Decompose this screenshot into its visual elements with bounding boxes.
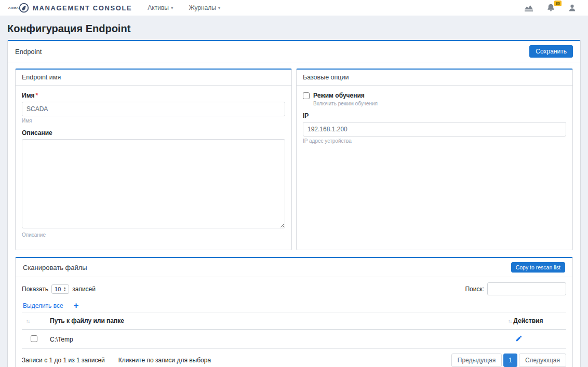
- name-label-text: Имя: [22, 92, 35, 99]
- arma-logo-icon: [19, 3, 29, 13]
- add-path-button[interactable]: +: [74, 301, 79, 310]
- actions-column-label: Действия: [513, 317, 543, 324]
- search-input[interactable]: [487, 282, 566, 295]
- learning-mode-label: Режим обучения: [313, 92, 365, 99]
- name-label: Имя*: [22, 92, 285, 99]
- edit-pencil-icon[interactable]: [515, 335, 523, 344]
- nav-item-logs[interactable]: Журналы ▾: [189, 4, 220, 11]
- row-checkbox-cell: [22, 330, 46, 349]
- next-page-button[interactable]: Следующая: [519, 354, 566, 367]
- row-path-cell: C:\Temp: [46, 330, 504, 349]
- page-title: Конфигурация Endpoint: [7, 23, 581, 35]
- basic-options-panel-title: Базовые опции: [297, 70, 572, 86]
- endpoint-card: Endpoint Сохранить Endpoint имя Имя* Имя: [7, 40, 581, 367]
- scan-files-header: Сканировать файлы Copy to rescan list: [16, 258, 572, 277]
- nav-item-label: Активы: [148, 4, 169, 11]
- scan-files-panel: Сканировать файлы Copy to rescan list По…: [15, 257, 573, 367]
- nav-item-label: Журналы: [189, 4, 216, 11]
- select-all-link[interactable]: Выделить все: [23, 302, 63, 309]
- path-column-header[interactable]: Путь к файлу или папке: [46, 312, 504, 330]
- learning-mode-helper-text: Включить режим обучения: [313, 101, 566, 106]
- learning-mode-checkbox[interactable]: [303, 92, 310, 99]
- table-toolbar: Выделить все +: [22, 301, 566, 310]
- basic-options-panel: Базовые опции Режим обучения Включить ре…: [296, 69, 573, 250]
- page-number-button[interactable]: 1: [503, 354, 517, 367]
- ip-helper-text: IP адрес устройства: [303, 138, 566, 144]
- scan-files-table: ↑↓ Путь к файлу или папке ↑↓ Действия: [22, 312, 566, 349]
- records-label: записей: [72, 286, 96, 293]
- endpoint-card-title: Endpoint: [15, 48, 42, 56]
- navbar-actions: 80: [524, 3, 580, 12]
- sort-column-header[interactable]: ↑↓: [22, 312, 46, 330]
- endpoint-name-panel-title: Endpoint имя: [16, 70, 291, 86]
- top-navbar: ARMA MANAGEMENT CONSOLE Активы ▾ Журналы…: [0, 0, 588, 16]
- table-row[interactable]: C:\Temp: [22, 330, 566, 349]
- scan-files-body: Показать 10 ▲▼ записей Поиск:: [16, 277, 572, 367]
- description-label: Описание: [22, 129, 285, 137]
- name-input[interactable]: [22, 102, 285, 116]
- ip-input[interactable]: [303, 122, 566, 137]
- show-label: Показать: [22, 286, 48, 293]
- sort-icon: ↑↓: [508, 319, 512, 324]
- table-controls: Показать 10 ▲▼ записей Поиск:: [22, 282, 566, 295]
- search-label: Поиск:: [465, 286, 484, 293]
- brand-prefix: ARMA: [8, 6, 19, 9]
- table-header-row: ↑↓ Путь к файлу или папке ↑↓ Действия: [22, 312, 566, 330]
- brand-title: MANAGEMENT CONSOLE: [33, 4, 132, 12]
- row-select-hint-text: Кликните по записи для выбора: [118, 357, 211, 364]
- copy-to-rescan-button[interactable]: Copy to rescan list: [511, 262, 565, 273]
- records-info-text: Записи с 1 до 1 из 1 записей: [22, 357, 105, 364]
- ip-label: IP: [303, 112, 566, 119]
- nav-menu: Активы ▾ Журналы ▾: [148, 4, 220, 11]
- sort-icon: ↑↓: [26, 319, 30, 324]
- actions-column-header[interactable]: ↑↓ Действия: [504, 312, 566, 330]
- endpoint-card-header: Endpoint Сохранить: [8, 41, 580, 62]
- statistics-icon[interactable]: [524, 4, 534, 12]
- table-footer-info: Записи с 1 до 1 из 1 записей Кликните по…: [22, 357, 211, 364]
- learning-mode-group: Режим обучения Включить режим обучения: [303, 92, 566, 106]
- endpoint-name-panel: Endpoint имя Имя* Имя Описание О: [15, 69, 292, 250]
- notifications-bell-icon[interactable]: 80: [546, 3, 555, 12]
- description-helper-text: Описание: [22, 232, 285, 238]
- row-actions-cell: [504, 330, 566, 349]
- row-checkbox[interactable]: [31, 335, 37, 342]
- name-form-group: Имя* Имя: [22, 92, 285, 124]
- user-profile-icon[interactable]: [568, 4, 577, 12]
- brand[interactable]: ARMA MANAGEMENT CONSOLE: [8, 3, 132, 13]
- notification-badge: 80: [554, 1, 562, 6]
- caret-down-icon: ▾: [218, 5, 221, 10]
- required-asterisk: *: [36, 92, 38, 99]
- pagination: Предыдущая 1 Следующая: [451, 354, 566, 367]
- page-size-value: 10: [55, 286, 61, 292]
- scan-files-title: Сканировать файлы: [23, 264, 87, 271]
- panels-row: Endpoint имя Имя* Имя Описание О: [15, 69, 573, 250]
- ip-form-group: IP IP адрес устройства: [303, 112, 566, 144]
- basic-options-panel-body: Режим обучения Включить режим обучения I…: [297, 86, 572, 156]
- previous-page-button[interactable]: Предыдущая: [451, 354, 502, 367]
- name-helper-text: Имя: [22, 118, 285, 124]
- page-size-select[interactable]: 10 ▲▼: [51, 284, 69, 294]
- select-arrows-icon: ▲▼: [63, 287, 66, 292]
- table-footer: Записи с 1 до 1 из 1 записей Кликните по…: [22, 354, 566, 367]
- save-button[interactable]: Сохранить: [529, 45, 573, 58]
- nav-item-assets[interactable]: Активы ▾: [148, 4, 173, 11]
- caret-down-icon: ▾: [171, 5, 173, 10]
- description-form-group: Описание Описание: [22, 129, 285, 238]
- page-length-control: Показать 10 ▲▼ записей: [22, 284, 96, 294]
- description-textarea[interactable]: [22, 139, 285, 228]
- page-content: Конфигурация Endpoint Endpoint Сохранить…: [0, 23, 588, 367]
- search-control: Поиск:: [465, 282, 566, 295]
- endpoint-name-panel-body: Имя* Имя Описание Описание: [16, 86, 291, 250]
- learning-mode-row: Режим обучения: [303, 92, 566, 99]
- endpoint-card-body: Endpoint имя Имя* Имя Описание О: [8, 62, 580, 367]
